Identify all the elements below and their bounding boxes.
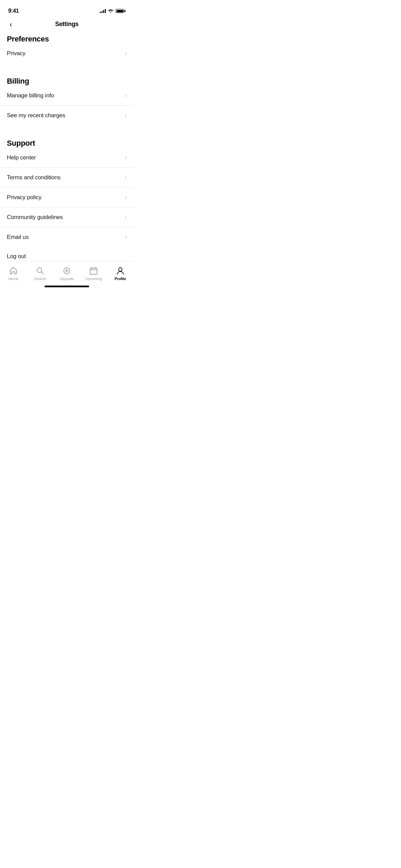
manage-billing-item[interactable]: Manage billing info › — [0, 86, 134, 106]
support-header: Support — [0, 132, 134, 148]
page-title: Settings — [55, 21, 79, 28]
community-chevron: › — [125, 214, 127, 221]
home-indicator — [45, 286, 89, 287]
privacy-label: Privacy — [7, 50, 25, 57]
privacy-policy-chevron: › — [125, 194, 127, 201]
privacy-policy-label: Privacy policy — [7, 194, 41, 201]
tab-home[interactable]: Home — [0, 261, 27, 282]
recent-charges-chevron: › — [125, 112, 127, 119]
terms-item[interactable]: Terms and conditions › — [0, 168, 134, 188]
home-icon — [9, 266, 18, 275]
status-bar: 9:41 — [0, 0, 134, 17]
support-section: Support Help center › Terms and conditio… — [0, 132, 134, 247]
privacy-item[interactable]: Privacy › — [0, 44, 134, 63]
tab-home-label: Home — [9, 277, 19, 281]
manage-billing-chevron: › — [125, 92, 127, 99]
tab-profile-label: Profile — [114, 277, 126, 281]
community-item[interactable]: Community guidelines › — [0, 207, 134, 227]
search-icon — [36, 266, 45, 275]
back-button[interactable]: ‹ — [7, 19, 15, 31]
signal-icon — [100, 9, 106, 13]
email-us-item[interactable]: Email us › — [0, 227, 134, 247]
billing-header: Billing — [0, 70, 134, 86]
tab-upcoming[interactable]: Upcoming — [80, 261, 107, 282]
privacy-chevron: › — [125, 50, 127, 57]
tab-profile[interactable]: Profile — [107, 261, 134, 282]
svg-point-3 — [119, 268, 122, 271]
email-us-label: Email us — [7, 234, 29, 241]
svg-rect-2 — [90, 268, 97, 274]
privacy-policy-item[interactable]: Privacy policy › — [0, 188, 134, 207]
email-us-chevron: › — [125, 233, 127, 241]
header: ‹ Settings — [0, 17, 134, 32]
settings-content: Preferences Privacy › Billing Manage bil… — [0, 32, 134, 273]
status-icons — [100, 9, 125, 13]
logout-label: Log out — [7, 253, 26, 260]
help-center-item[interactable]: Help center › — [0, 148, 134, 168]
billing-section: Billing Manage billing info › See my rec… — [0, 70, 134, 125]
recent-charges-item[interactable]: See my recent charges › — [0, 106, 134, 125]
upgrade-icon — [62, 266, 71, 275]
tab-search-label: Search — [34, 277, 46, 281]
tab-bar: Home Search Upgrade Upcoming — [0, 261, 134, 289]
wifi-icon — [108, 9, 113, 13]
tab-upgrade-label: Upgrade — [60, 277, 74, 281]
terms-label: Terms and conditions — [7, 174, 61, 181]
profile-icon — [116, 266, 125, 275]
tab-search[interactable]: Search — [27, 261, 53, 282]
help-center-chevron: › — [125, 154, 127, 161]
battery-icon — [116, 9, 125, 13]
divider-1 — [0, 63, 134, 70]
tab-upgrade[interactable]: Upgrade — [53, 261, 80, 282]
community-label: Community guidelines — [7, 214, 63, 221]
help-center-label: Help center — [7, 154, 36, 161]
manage-billing-label: Manage billing info — [7, 92, 54, 99]
preferences-header: Preferences — [0, 32, 134, 44]
status-time: 9:41 — [8, 8, 19, 14]
terms-chevron: › — [125, 174, 127, 181]
preferences-section: Preferences Privacy › — [0, 32, 134, 63]
divider-2 — [0, 125, 134, 132]
upcoming-icon — [89, 266, 98, 275]
tab-upcoming-label: Upcoming — [85, 277, 102, 281]
recent-charges-label: See my recent charges — [7, 112, 65, 119]
